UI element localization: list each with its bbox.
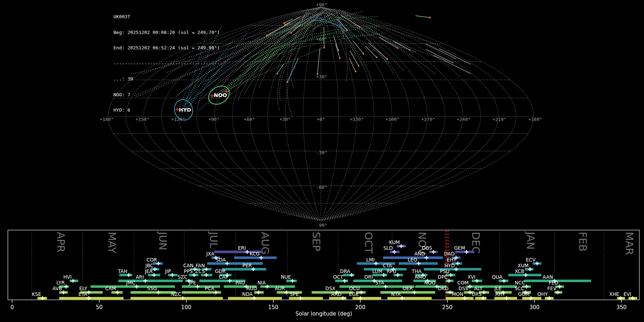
shower-peak-marker-KCG: [259, 256, 263, 260]
shower-label-FEV: FEV: [547, 286, 557, 291]
shower-peak-marker-PER: [251, 267, 255, 271]
shower-peak-marker-XCB: [524, 273, 528, 277]
shower-peak-marker-NDA: [252, 296, 256, 300]
shower-bar-JPE: [182, 286, 220, 288]
shower-label-NZC: NZC: [171, 291, 181, 297]
shower-label-ARD: ARD: [331, 291, 341, 297]
shower-bars: KUMERISLDOBSGEMJXAKCGANDDADCORSDALMILEOE…: [32, 239, 637, 300]
shower-label-MON: MON: [452, 291, 463, 297]
shower-label-GDR: GDR: [215, 268, 226, 274]
shower-peak-marker-JEA: [152, 273, 156, 277]
shower-label-AUR: AUR: [275, 286, 285, 291]
shower-label-XHE: XHE: [609, 291, 619, 297]
shower-label-SCC: SCC: [514, 286, 524, 291]
shower-bar-OER: [380, 291, 435, 294]
shower-label-AHY: AHY: [495, 291, 505, 297]
shower-peak-marker-LMI: [374, 262, 378, 265]
shower-label-ALY: ALY: [474, 286, 483, 291]
count-noo: NOO: 7: [113, 92, 223, 98]
meteor-summary-figure: { "header": { "station": "UK003T", "beg"…: [0, 0, 644, 322]
shower-label-THA: THA: [411, 268, 422, 274]
shower-label-XUM: XUM: [518, 263, 529, 268]
shower-label-EGE: EGE: [349, 291, 359, 297]
shower-peak-marker-ARI: [143, 279, 147, 283]
shower-peak-marker-KUM: [399, 244, 403, 248]
shower-label-AMO: AMO: [415, 274, 426, 280]
shower-label-KUM: KUM: [389, 239, 400, 245]
shower-label-XCB: XCB: [514, 268, 524, 274]
shower-label-STA: STA: [375, 280, 385, 286]
shower-label-FAN: FAN: [196, 263, 205, 268]
shower-peak-marker-ERI: [245, 250, 249, 254]
shower-peak-marker-CAM: [116, 291, 119, 294]
shower-label-NUE: NUE: [281, 274, 291, 280]
shower-label-OHY: OHY: [537, 291, 548, 297]
shower-label-NDA: NDA: [242, 291, 253, 297]
shower-peak-marker-XVI: [475, 279, 479, 283]
shower-label-OER: OER: [402, 286, 413, 291]
lon-label: +30°: [279, 117, 291, 122]
shower-peak-marker-SLD: [392, 250, 396, 254]
shower-peak-marker-ELY: [87, 291, 91, 294]
shower-label-XVI: XVI: [468, 274, 475, 280]
shower-label-NIA: NIA: [257, 280, 266, 286]
shower-label-ETA: ETA: [78, 291, 88, 297]
shower-label-ORI: ORI: [364, 274, 373, 280]
shower-peak-marker-ZCS: [204, 273, 208, 277]
shower-peak-marker-OCT: [343, 279, 347, 283]
shower-label-LUM: LUM: [372, 268, 382, 274]
lon-label: +180°: [528, 117, 542, 122]
shower-label-PCA: PCA: [205, 286, 215, 291]
x-tick-label: 350: [616, 304, 627, 311]
shower-label-LMI: LMI: [366, 257, 375, 263]
shower-peak-marker-OCU: [359, 291, 363, 294]
month-label-OCT: OCT: [362, 232, 375, 254]
lon-label: +60°: [244, 117, 255, 122]
month-label-APR: APR: [55, 232, 67, 252]
shower-label-JBC: JBC: [145, 263, 153, 268]
lon-label: +210°: [492, 117, 506, 122]
shower-label-SZC: SZC: [178, 274, 187, 280]
lat-label: -90°: [316, 223, 327, 228]
shower-peak-marker-NIA: [265, 285, 269, 289]
shower-bar-CTA: [364, 268, 406, 270]
lon-label: +240°: [457, 117, 470, 122]
shower-peak-marker-TAH: [127, 273, 131, 277]
shower-label-DPC: DPC: [438, 274, 448, 280]
month-label-MAY: MAY: [106, 232, 118, 254]
month-label-MAR: MAR: [623, 232, 635, 255]
figure-canvas: NOOHYD+180°+150°+120°+90°+60°+30°+0°+330…: [0, 0, 644, 322]
shower-peak-marker-LYR: [64, 285, 68, 289]
shower-label-DRA: DRA: [340, 268, 350, 274]
lon-label: +0°: [317, 117, 325, 122]
shower-bar-EGE: [352, 297, 381, 299]
shower-label-FED: FED: [549, 280, 558, 286]
shower-label-CAM: CAM: [105, 286, 116, 291]
shower-label-LEO: LEO: [408, 257, 417, 263]
shower-label-JPE: JPE: [189, 280, 196, 286]
shower-peak-marker-COR: [156, 262, 160, 265]
shower-label-OCU: OCU: [349, 286, 360, 291]
shower-peak-marker-PSU: [449, 273, 453, 277]
x-axis-title: Solar longitude (deg): [296, 311, 352, 317]
shower-peak-marker-HVI: [71, 279, 75, 283]
shower-peak-marker-ETA: [87, 296, 91, 300]
shower-label-SDA: SDA: [216, 257, 226, 263]
shower-peak-marker-STA: [384, 285, 387, 289]
lat-label: +30°: [316, 74, 327, 79]
shower-label-PPS: PPS: [184, 268, 193, 274]
shower-label-EHY: EHY: [447, 257, 457, 263]
shower-label-AUD: AUD: [247, 286, 257, 291]
shower-peak-marker-XUM: [528, 267, 532, 271]
month-label-JUN: JUN: [157, 231, 169, 250]
x-tick-label: 250: [442, 304, 453, 311]
observation-info-block: UK003T Beg: 20251202 00:08:20 (sol = 249…: [113, 4, 223, 118]
shower-label-NTA: NTA: [391, 291, 401, 297]
count-hyd: HYD: 6: [113, 108, 223, 113]
shower-label-AND: AND: [414, 251, 425, 257]
shower-peak-marker-AVB: [62, 291, 65, 294]
shower-peak-marker-URS: [481, 296, 485, 300]
shower-label-CAP: CAP: [219, 274, 228, 280]
shower-label-LYR: LYR: [56, 280, 64, 286]
shower-label-COM: COM: [457, 280, 469, 286]
